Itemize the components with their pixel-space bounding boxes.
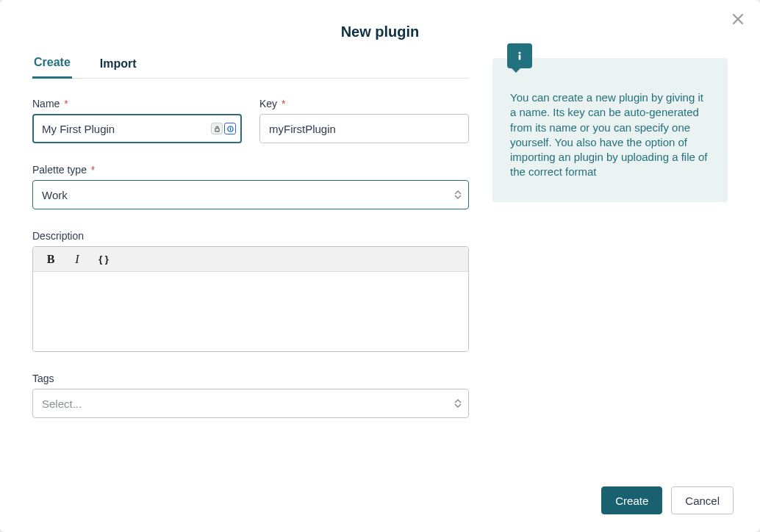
close-icon[interactable]: [728, 9, 748, 29]
label-description: Description: [32, 230, 469, 242]
modal-title: New plugin: [0, 0, 760, 49]
cancel-button[interactable]: Cancel: [671, 486, 734, 514]
label-palette-text: Palette type: [32, 164, 87, 176]
rte-toolbar: B I { }: [33, 247, 468, 272]
rte-braces-button[interactable]: { }: [93, 251, 114, 268]
chevron-updown-icon: [454, 399, 462, 408]
svg-rect-4: [229, 127, 230, 131]
svg-rect-6: [519, 55, 521, 60]
tab-import[interactable]: Import: [98, 50, 138, 79]
rte-bold-button[interactable]: B: [40, 251, 61, 268]
tags-select[interactable]: Select...: [32, 389, 469, 418]
tabs: Create Import: [32, 49, 469, 79]
info-panel: You can create a new plugin by giving it…: [492, 58, 728, 202]
required-mark: *: [64, 98, 68, 109]
label-name-text: Name: [32, 98, 60, 109]
tab-create[interactable]: Create: [32, 50, 72, 79]
create-button[interactable]: Create: [601, 486, 662, 514]
description-textarea[interactable]: [33, 272, 468, 351]
new-plugin-modal: New plugin Create Import Name *: [0, 0, 760, 532]
required-mark: *: [91, 164, 95, 176]
label-key: Key *: [259, 98, 469, 109]
description-editor: B I { }: [32, 246, 469, 352]
one-password-icon: [224, 123, 236, 134]
chevron-updown-icon: [454, 190, 462, 199]
modal-footer: Create Cancel: [601, 486, 734, 514]
tags-placeholder: Select...: [42, 398, 82, 410]
svg-rect-2: [215, 128, 218, 131]
svg-point-5: [518, 51, 520, 54]
lock-icon: [211, 123, 223, 134]
rte-italic-button[interactable]: I: [67, 251, 87, 268]
required-mark: *: [282, 98, 285, 109]
label-name: Name *: [32, 98, 242, 109]
label-key-text: Key: [259, 98, 277, 109]
label-tags: Tags: [32, 373, 469, 384]
key-input[interactable]: [259, 114, 469, 143]
info-icon: [507, 43, 532, 68]
password-manager-badge: [211, 123, 236, 134]
label-palette-type: Palette type *: [32, 164, 469, 176]
palette-type-select[interactable]: Work: [32, 180, 469, 209]
info-text: You can create a new plugin by giving it…: [510, 90, 710, 180]
palette-type-value: Work: [42, 189, 68, 201]
